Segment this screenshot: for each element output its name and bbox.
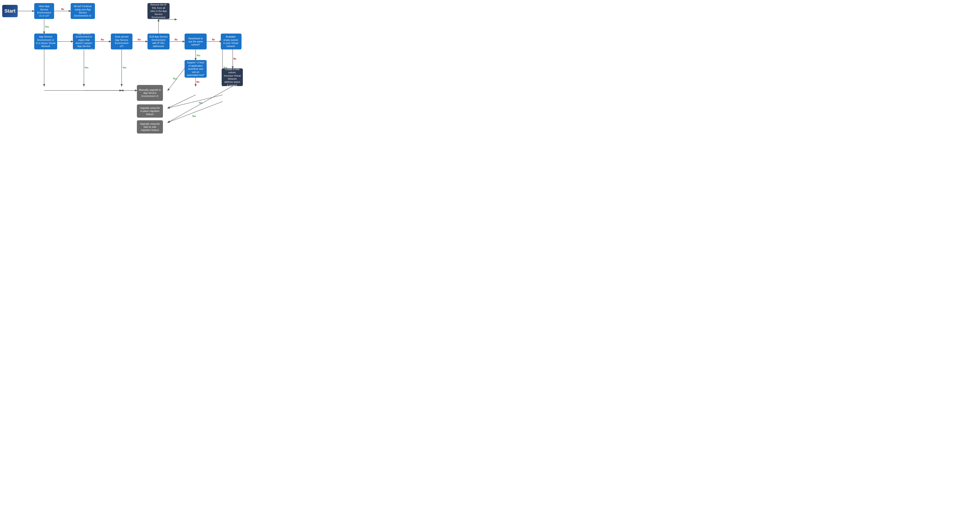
svg-line-40 <box>168 86 233 122</box>
svg-line-38 <box>168 95 223 108</box>
node-create-subnet: Create a new subnet. Increase Virtual Ne… <box>222 68 243 86</box>
svg-line-31 <box>168 68 185 91</box>
node-elb-ase-question: ELB App Service Environment with IP SSL … <box>148 33 170 49</box>
node-same-subnet-question: Need/want to use the same subnet? <box>185 33 207 49</box>
svg-text:Yes: Yes <box>196 54 200 57</box>
svg-text:Yes: Yes <box>173 78 177 80</box>
svg-text:Yes: Yes <box>123 67 127 69</box>
svg-line-41 <box>168 102 223 122</box>
node-ase-v1-classic: App Service Environment v1 in a classic … <box>34 33 57 49</box>
svg-text:Yes: Yes <box>192 115 196 118</box>
node-downtime-question: Support ~1 hour of application downtime … <box>185 60 207 78</box>
svg-text:No: No <box>138 38 141 41</box>
node-manually-upgrade: Manually upgrade to App Service Environm… <box>137 85 163 101</box>
node-available-subnet: Available empty subnet in your Virtual n… <box>221 33 241 49</box>
svg-text:No: No <box>61 8 64 10</box>
flowchart-diagram: No Yes No Yes No Yes Yes No No Yes <box>0 0 245 137</box>
start-node: Start <box>2 5 18 17</box>
arrows-layer: No Yes No Yes No Yes Yes No No Yes <box>0 0 245 137</box>
svg-line-37 <box>168 95 196 108</box>
node-ase-version-question: Have App Service Environment v1 or v2? <box>34 3 54 19</box>
svg-text:No: No <box>212 38 215 41</box>
node-remove-ip-ssl: Remove the IP SSL from all sites in the … <box>148 3 170 19</box>
svg-text:Yes: Yes <box>45 25 49 28</box>
node-ase-region-question: App Service Environment in region that d… <box>73 33 95 49</box>
node-inplace-upgrade: Upgrade using the in-place migration fea… <box>137 104 163 118</box>
svg-text:No: No <box>233 57 236 60</box>
svg-text:No: No <box>196 81 199 83</box>
svg-text:Yes: Yes <box>84 67 89 69</box>
node-zone-pinned-question: Zone pinned App Service Environment v2? <box>111 33 132 49</box>
svg-text:No: No <box>101 38 104 41</box>
svg-text:Yes: Yes <box>199 102 203 104</box>
svg-text:No: No <box>175 38 178 41</box>
node-sidebyside-upgrade: Upgrade using the side by side migration… <box>137 120 163 134</box>
node-all-set: All set! Continue using your App Service… <box>71 3 95 19</box>
